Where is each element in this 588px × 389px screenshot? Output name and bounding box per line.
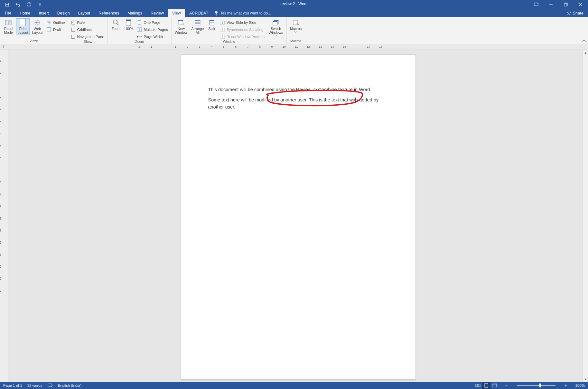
zoom-slider-thumb[interactable]: [539, 384, 541, 387]
share-label: Share: [573, 11, 583, 15]
tab-home[interactable]: Home: [15, 9, 34, 17]
navigation-pane-checkbox[interactable]: Navigation Pane: [70, 33, 106, 40]
zoom-100-button[interactable]: 100%: [123, 18, 134, 31]
tab-file[interactable]: File: [1, 9, 15, 17]
hruler-mark: 15: [339, 45, 351, 48]
web-layout-icon: [34, 19, 41, 26]
zoom-slider[interactable]: [517, 385, 555, 386]
svg-rect-34: [485, 384, 488, 387]
svg-rect-12: [140, 28, 142, 32]
window-buttons: [529, 0, 588, 9]
group-zoom: Zoom 100% One Page Multiple Pages: [108, 17, 171, 44]
gridlines-checkbox[interactable]: Gridlines: [70, 26, 106, 33]
svg-rect-31: [293, 20, 298, 25]
zoom-out-button[interactable]: −: [504, 384, 509, 387]
close-button[interactable]: [573, 0, 588, 9]
arrange-all-button[interactable]: Arrange All: [190, 18, 205, 34]
one-page-button[interactable]: One Page: [135, 19, 169, 25]
zoom-label: Zoom: [111, 27, 120, 31]
zoom-button[interactable]: Zoom: [110, 18, 122, 31]
status-page[interactable]: Page 1 of 1: [3, 384, 22, 387]
tab-view[interactable]: View: [168, 9, 185, 17]
web-layout-label: Web Layout: [31, 27, 44, 34]
tab-insert[interactable]: Insert: [35, 9, 53, 17]
hruler-mark: ·: [157, 45, 170, 48]
vertical-scrollbar[interactable]: ▲ ▼: [583, 50, 588, 382]
hruler-mark: 5: [218, 45, 230, 48]
tab-layout[interactable]: Layout: [74, 9, 95, 17]
ribbon-display-options-icon[interactable]: [529, 0, 544, 9]
document-scroll-area[interactable]: This document will be combined using the…: [8, 50, 588, 382]
status-read-mode-icon[interactable]: [474, 382, 482, 389]
hruler-mark: 1: [145, 45, 158, 48]
ruler-checkbox[interactable]: ✓ Ruler: [70, 19, 106, 25]
view-side-by-side-button[interactable]: View Side by Side: [219, 19, 266, 25]
paragraph-2[interactable]: Some text here will be modified by anoth…: [208, 97, 388, 111]
svg-rect-18: [195, 23, 200, 24]
zoom-in-button[interactable]: +: [563, 384, 568, 387]
read-mode-button[interactable]: Read Mode: [2, 18, 15, 34]
page-width-button[interactable]: Page Width: [135, 33, 169, 40]
page-width-icon: [137, 34, 142, 39]
scroll-down-icon[interactable]: ▼: [583, 376, 588, 382]
scroll-track[interactable]: [583, 55, 588, 376]
new-window-button[interactable]: New Window: [173, 18, 189, 34]
status-web-layout-icon[interactable]: [490, 382, 499, 389]
horizontal-ruler[interactable]: 21·123456789101112131415·1718: [8, 44, 588, 50]
vertical-ruler[interactable]: 21·1234567891011121314151617: [0, 50, 8, 382]
tab-mailings[interactable]: Mailings: [123, 9, 146, 17]
status-word-count[interactable]: 32 words: [27, 384, 42, 387]
reset-window-position-label: Reset Window Position: [227, 35, 265, 39]
group-macros-label: Macros: [287, 39, 305, 44]
zoom-icon: [112, 19, 119, 26]
svg-rect-16: [195, 20, 200, 21]
tab-design[interactable]: Design: [53, 9, 74, 17]
document-page[interactable]: This document will be combined using the…: [181, 54, 416, 380]
group-views: Read Mode Print Layout Web Layout Outlin…: [0, 17, 68, 44]
chevron-down-icon: [275, 35, 277, 37]
svg-rect-30: [273, 21, 277, 22]
restore-button[interactable]: [558, 0, 573, 9]
outline-icon: [46, 20, 51, 25]
web-layout-button[interactable]: Web Layout: [31, 18, 44, 34]
minimize-button[interactable]: [544, 0, 558, 9]
qat-customize-icon[interactable]: [37, 2, 42, 7]
outline-button[interactable]: Outline: [45, 19, 66, 25]
switch-windows-icon: [272, 19, 279, 26]
paragraph-1[interactable]: This document will be combined using the…: [208, 86, 388, 93]
one-page-icon: [137, 20, 142, 25]
multiple-pages-button[interactable]: Multiple Pages: [135, 26, 169, 33]
share-button[interactable]: Share: [562, 9, 588, 17]
arrange-all-label: Arrange All: [190, 27, 205, 34]
zoom-100-label: 100%: [124, 27, 133, 31]
print-layout-label: Print Layout: [17, 27, 29, 34]
tab-selector[interactable]: L: [0, 44, 8, 50]
spelling-icon[interactable]: [48, 383, 53, 388]
ribbon: Read Mode Print Layout Web Layout Outlin…: [0, 17, 588, 44]
status-language[interactable]: English (India): [58, 384, 82, 387]
switch-windows-button[interactable]: Switch Windows: [267, 18, 285, 37]
scroll-up-icon[interactable]: ▲: [583, 50, 588, 55]
svg-rect-25: [220, 35, 222, 38]
undo-icon[interactable]: [15, 2, 21, 7]
save-icon[interactable]: [5, 2, 10, 7]
group-macros: Macros Macros: [287, 17, 305, 44]
print-layout-button[interactable]: Print Layout: [16, 18, 30, 35]
view-side-by-side-label: View Side by Side: [227, 21, 256, 24]
tab-references[interactable]: References: [94, 9, 123, 17]
para2-original-text: Some text here will be modified by anoth…: [208, 97, 309, 102]
status-zoom-level[interactable]: 100%: [575, 384, 585, 387]
one-page-label: One Page: [144, 21, 160, 24]
tell-me-search[interactable]: Tell me what you want to do...: [214, 9, 271, 17]
macros-button[interactable]: Macros: [289, 18, 303, 33]
status-print-layout-icon[interactable]: [482, 382, 490, 389]
ribbon-tabs: File Home Insert Design Layout Reference…: [0, 9, 588, 17]
redo-icon[interactable]: [26, 2, 32, 7]
tab-review[interactable]: Review: [146, 9, 168, 17]
svg-rect-2: [534, 3, 538, 6]
split-button[interactable]: Split: [206, 18, 217, 31]
collapse-ribbon-icon[interactable]: [582, 39, 586, 43]
draft-button[interactable]: Draft: [45, 26, 66, 33]
tab-acrobat[interactable]: ACROBAT: [185, 9, 213, 17]
hruler-mark: 14: [326, 45, 339, 48]
